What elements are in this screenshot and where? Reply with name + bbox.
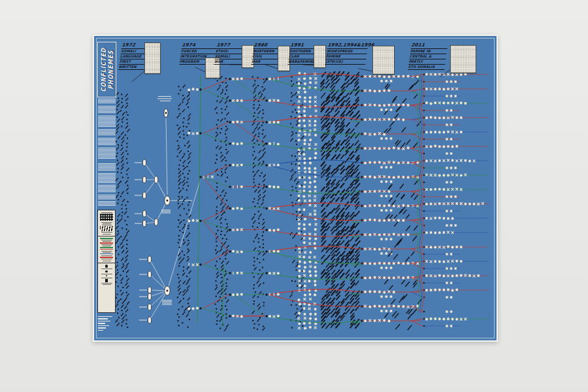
node-rows (188, 77, 280, 318)
field-svg (94, 36, 497, 340)
photo-matte: { "title": {"line1": "CONFLICTED", "line… (0, 0, 588, 392)
legend-panel (97, 210, 116, 313)
legend-circle-sample (106, 275, 107, 276)
legend-caption-bar (103, 246, 111, 246)
poster-title-block: CONFLICTED PHONEMES (97, 42, 116, 97)
legend-square-sample (105, 279, 108, 282)
timeline-label-line: CENTRAL & (409, 54, 446, 59)
timeline-label-line: WIDESPREAD (327, 49, 368, 54)
legend-hatch-sample (100, 226, 113, 231)
sidebar-microtext-block (98, 163, 116, 183)
timeline-label-line: STH SOMALIA (408, 65, 445, 70)
credit-line (98, 323, 105, 323)
legend-circle-sample (105, 265, 108, 268)
legend-line-sample (100, 242, 113, 244)
right-rows (351, 73, 488, 329)
credits-block (98, 316, 116, 332)
annotation-box (450, 45, 476, 73)
timeline-year: 1992,1994&1996 (327, 42, 368, 49)
cream-grid (297, 72, 317, 330)
legend-line-sample (100, 253, 113, 254)
legend-caption-bar (103, 284, 111, 285)
sidebar-microtext-block (98, 201, 116, 206)
legend-caption-bar (101, 274, 112, 274)
credit-line (98, 321, 110, 321)
title-line-2: PHONEMES (107, 50, 114, 90)
credit-line (98, 325, 109, 326)
legend-caption-bar (103, 261, 111, 261)
legend-caption-bar (101, 212, 112, 213)
timeline-event-2011: 2011FAMINE INCENTRAL &PARTLYSTH SOMALIA (408, 42, 448, 70)
legend-line-sample (100, 247, 113, 248)
legend-caption-bar (101, 244, 112, 245)
header-connectors (132, 65, 450, 82)
poster: CONFLICTED PHONEMES 1972SOMALILANGUAGEFI… (93, 35, 498, 342)
legend-line-sample (100, 249, 113, 250)
timeline-event-199219941996: 1992,1994&1996WIDESPREADFAMINE(STH/CD) (325, 42, 368, 65)
credit-line (98, 316, 112, 317)
timeline-label-line: FAMINE (325, 54, 367, 59)
legend-caption-bar (101, 222, 112, 223)
poster-title: CONFLICTED PHONEMES (98, 42, 116, 97)
legend-caption-bar (103, 252, 111, 253)
legend-caption-bar (101, 283, 112, 284)
legend-circle-sample (105, 270, 108, 273)
legend-caption-bar (101, 269, 112, 269)
annotation-box (372, 46, 395, 74)
legend-caption-bar (103, 223, 111, 224)
sidebar-microtext-block (98, 99, 116, 103)
timeline-label-line: (STH/CD) (325, 59, 366, 65)
legend-caption-bar (101, 232, 112, 233)
credit-line (98, 318, 108, 319)
legend-caption-bar (101, 255, 112, 256)
annotation-box (144, 42, 161, 74)
legend-divider (98, 263, 115, 264)
credit-line (98, 330, 103, 331)
legend-caption-bar (101, 251, 112, 252)
timeline-label-line: FORCED (181, 49, 218, 54)
timeline-year: 1974 (182, 42, 219, 49)
timeline-label-line: FAMINE IN (410, 49, 448, 54)
credit-line (98, 327, 106, 328)
legend-line-sample (100, 257, 113, 259)
annotation-box (314, 45, 326, 68)
legend-divider (98, 236, 115, 237)
legend-line-sample (100, 238, 113, 239)
timeline-label-line: PARTLY (408, 59, 446, 65)
legend-caption-bar (101, 278, 112, 278)
sidebar-microtext-block (98, 106, 116, 136)
legend-caption-bar (101, 259, 112, 259)
timeline-year: 2011 (411, 42, 448, 49)
legend-caption-bar (101, 240, 112, 240)
sidebar-microtext-block (98, 185, 116, 199)
texture-strips (116, 76, 304, 331)
legend-caption-bar (102, 225, 112, 225)
sidebar-microtext-block (98, 138, 116, 161)
title-line-1: CONFLICTED (100, 48, 107, 92)
legend-dot-matrix-sample (100, 214, 113, 221)
legend-caption-bar (103, 234, 111, 235)
legend-caption-bar (103, 241, 111, 242)
